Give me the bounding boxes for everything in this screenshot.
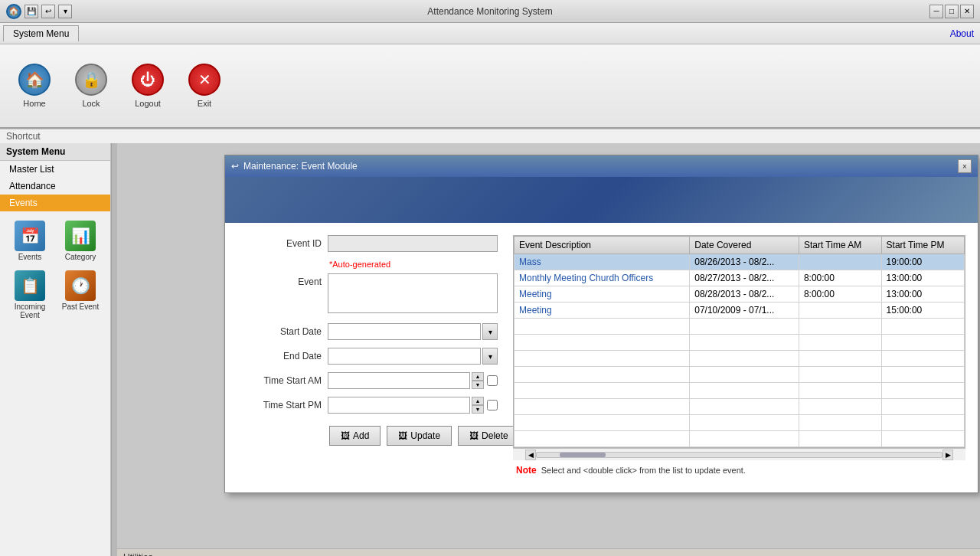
cell-desc: Monthly Meeting Churdh Officers — [514, 270, 690, 286]
cell-date: 08/26/2013 - 08/2... — [690, 254, 799, 270]
exit-icon: ✕ — [188, 64, 220, 96]
lock-label: Lock — [82, 99, 100, 108]
event-id-label: Event ID — [237, 235, 322, 249]
time-pm-down-btn[interactable]: ▼ — [472, 405, 484, 414]
col-start-am: Start Time AM — [799, 237, 881, 254]
action-buttons-row: 🖼 Add 🖼 Update 🖼 Delete — [329, 426, 498, 446]
shortcut-label: Shortcut — [6, 131, 41, 142]
cell-start-am — [799, 303, 881, 319]
event-textarea-wrap — [328, 273, 498, 316]
sidebar-title: System Menu — [0, 143, 110, 161]
event-label: Event — [237, 273, 322, 287]
table-row-empty — [514, 399, 965, 415]
cell-date: 08/28/2013 - 08/2... — [690, 286, 799, 303]
sidebar-icons: 📅 Events 📊 Category 📋 Incoming Event 🕐 P… — [0, 211, 110, 329]
modal-close-btn[interactable]: × — [958, 159, 972, 173]
back-titlebar-btn[interactable]: ↩ — [41, 5, 55, 18]
time-pm-up-btn[interactable]: ▲ — [472, 397, 484, 405]
delete-button[interactable]: 🖼 Delete — [458, 426, 520, 446]
col-desc: Event Description — [514, 237, 690, 254]
table-row[interactable]: Mass08/26/2013 - 08/2...19:00:00 — [514, 254, 965, 270]
hscroll-left-btn[interactable]: ◀ — [525, 450, 536, 460]
event-row: Event — [237, 273, 498, 316]
time-start-am-input[interactable]: 8 :00:00 AM — [328, 372, 470, 389]
status-bar: Utilities — [117, 548, 980, 556]
hscroll-bar[interactable] — [536, 452, 942, 458]
logout-button[interactable]: ⏻ Logout — [126, 61, 170, 111]
time-am-up-btn[interactable]: ▲ — [472, 372, 484, 381]
menu-titlebar-btn[interactable]: ▾ — [58, 5, 72, 18]
cell-start-pm: 13:00:00 — [881, 286, 964, 303]
update-button[interactable]: 🖼 Update — [387, 426, 452, 446]
col-start-pm: Start Time PM — [881, 237, 964, 254]
end-date-input[interactable]: 5 /28/2014 — [328, 348, 481, 365]
logout-icon: ⏻ — [132, 64, 164, 96]
modal-header-banner — [225, 177, 978, 223]
table-hscroll: ◀ ▶ — [513, 448, 965, 460]
event-id-row: Event ID — [237, 235, 498, 252]
time-start-am-label: Time Start AM — [237, 372, 322, 386]
exit-button[interactable]: ✕ Exit — [182, 61, 227, 111]
time-pm-checkbox[interactable] — [487, 400, 498, 410]
past-event-icon: 🕐 — [65, 270, 96, 301]
about-link[interactable]: About — [950, 28, 974, 39]
category-icon-btn[interactable]: 📊 Category — [57, 217, 104, 264]
time-am-down-btn[interactable]: ▼ — [472, 381, 484, 389]
add-button[interactable]: 🖼 Add — [329, 426, 381, 446]
end-date-dropdown-btn[interactable]: ▾ — [482, 348, 498, 365]
content-area: ↩ Maintenance: Event Module × Event ID *… — [117, 143, 980, 556]
events-icon-btn[interactable]: 📅 Events — [6, 217, 54, 264]
start-date-wrap: 5 /28/2014 ▾ — [328, 323, 498, 340]
note-row: Note Select and <double click> from the … — [513, 460, 965, 480]
time-start-pm-row: Time Start PM 1 :00:00 PM ▲ ▼ — [237, 397, 498, 414]
sidebar-item-master-list[interactable]: Master List — [0, 161, 110, 178]
start-date-dropdown-btn[interactable]: ▾ — [482, 323, 498, 340]
table-row[interactable]: Meeting08/28/2013 - 08/2...8:00:0013:00:… — [514, 286, 965, 303]
lock-button[interactable]: 🔒 Lock — [69, 61, 113, 111]
logout-label: Logout — [135, 99, 161, 108]
restore-btn[interactable]: □ — [945, 5, 959, 18]
table-section: Event Description Date Covered Start Tim… — [513, 235, 965, 480]
cell-start-am — [799, 254, 881, 270]
table-row[interactable]: Monthly Meeting Churdh Officers08/27/201… — [514, 270, 965, 286]
close-btn[interactable]: ✕ — [960, 5, 974, 18]
app-icon: 🏠 — [6, 4, 21, 19]
incoming-event-icon-btn[interactable]: 📋 Incoming Event — [6, 267, 54, 322]
title-bar: 🏠 💾 ↩ ▾ Attendance Monitoring System ─ □… — [0, 0, 980, 23]
event-textarea[interactable] — [328, 273, 498, 313]
title-bar-left: 🏠 💾 ↩ ▾ — [6, 4, 72, 19]
table-row[interactable]: Meeting07/10/2009 - 07/1...15:00:00 — [514, 303, 965, 319]
start-date-input[interactable]: 5 /28/2014 — [328, 323, 481, 340]
table-row-empty — [514, 351, 965, 367]
sidebar: System Menu Master List Attendance Event… — [0, 143, 111, 556]
event-id-input[interactable] — [328, 235, 498, 252]
start-date-row: Start Date 5 /28/2014 ▾ — [237, 323, 498, 340]
sidebar-resize-handle[interactable] — [111, 143, 117, 556]
time-start-pm-input[interactable]: 1 :00:00 PM — [328, 397, 470, 414]
home-label: Home — [23, 99, 45, 108]
lock-icon: 🔒 — [75, 64, 107, 96]
modal-title-icon: ↩ — [231, 161, 239, 172]
table-header-row: Event Description Date Covered Start Tim… — [514, 237, 965, 254]
system-menu-tab[interactable]: System Menu — [3, 25, 79, 41]
start-date-label: Start Date — [237, 323, 322, 337]
title-bar-controls: ─ □ ✕ — [929, 5, 974, 18]
home-button[interactable]: 🏠 Home — [12, 61, 57, 111]
cell-desc: Meeting — [514, 303, 690, 319]
modal-title-bar: ↩ Maintenance: Event Module × — [225, 155, 978, 177]
end-date-label: End Date — [237, 348, 322, 361]
auto-gen-text: *Auto-generated — [329, 260, 498, 269]
cell-date: 07/10/2009 - 07/1... — [690, 303, 799, 319]
table-body: Mass08/26/2013 - 08/2...19:00:00Monthly … — [514, 254, 965, 447]
minimize-btn[interactable]: ─ — [929, 5, 943, 18]
incoming-event-icon: 📋 — [15, 270, 45, 301]
time-am-checkbox[interactable] — [487, 375, 498, 386]
shortcut-bar: Shortcut — [0, 129, 980, 143]
sidebar-item-attendance[interactable]: Attendance — [0, 178, 110, 195]
save-titlebar-btn[interactable]: 💾 — [24, 5, 38, 18]
past-event-icon-btn[interactable]: 🕐 Past Event — [57, 267, 104, 322]
hscroll-thumb[interactable] — [560, 453, 606, 457]
cell-start-am: 8:00:00 — [799, 270, 881, 286]
hscroll-right-btn[interactable]: ▶ — [942, 450, 953, 460]
sidebar-item-events[interactable]: Events — [0, 195, 110, 211]
